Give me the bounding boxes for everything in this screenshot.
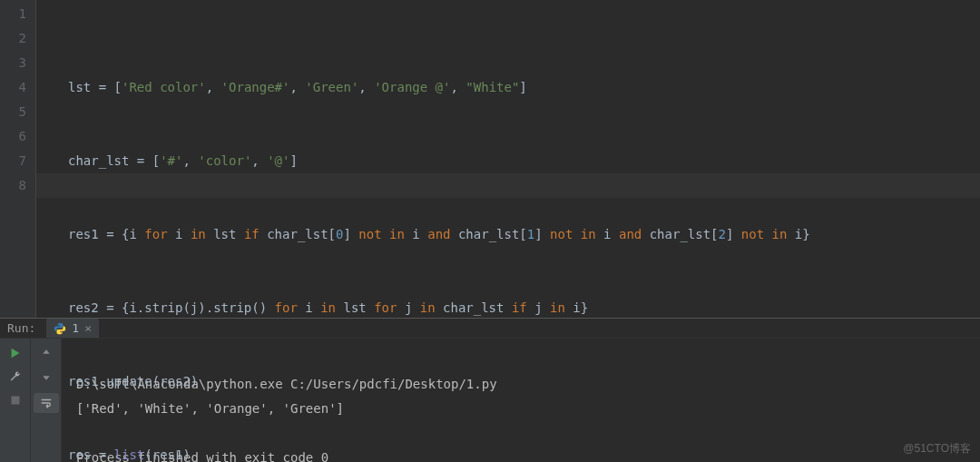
line-number: 3: [0, 51, 26, 75]
run-toolbar-secondary: [31, 339, 62, 462]
line-number: 7: [0, 149, 26, 173]
line-gutter: 1 2 3 4 5 6 7 8: [0, 0, 36, 318]
line-number: 8: [0, 173, 26, 198]
run-toolbar-primary: [0, 339, 31, 462]
run-icon[interactable]: [8, 346, 23, 360]
code-line: lst = ['Red color', 'Orange#', 'Green', …: [68, 75, 980, 100]
line-number: 4: [0, 75, 26, 100]
code-line: res1.update(res2): [68, 369, 980, 394]
code-line: char_lst = ['#', 'color', '@']: [68, 149, 980, 173]
code-line: res2 = {i.strip(j).strip() for i in lst …: [68, 296, 980, 320]
soft-wrap-icon[interactable]: [34, 393, 59, 413]
stop-icon[interactable]: [8, 393, 23, 408]
line-number: 2: [0, 26, 26, 51]
line-number: 6: [0, 124, 26, 149]
code-content[interactable]: lst = ['Red color', 'Orange#', 'Green', …: [36, 0, 980, 318]
arrow-down-icon[interactable]: [39, 369, 54, 384]
svg-rect-0: [11, 397, 19, 405]
code-editor[interactable]: 1 2 3 4 5 6 7 8 lst = ['Red color', 'Ora…: [0, 0, 980, 318]
line-number: 1: [0, 2, 26, 26]
arrow-up-icon[interactable]: [39, 346, 54, 360]
code-line: res = list(res1): [68, 443, 980, 462]
wrench-icon[interactable]: [8, 369, 23, 384]
run-label: Run:: [7, 321, 35, 335]
python-icon: [54, 322, 66, 335]
code-line: res1 = {i for i in lst if char_lst[0] no…: [68, 222, 980, 247]
line-number: 5: [0, 100, 26, 124]
